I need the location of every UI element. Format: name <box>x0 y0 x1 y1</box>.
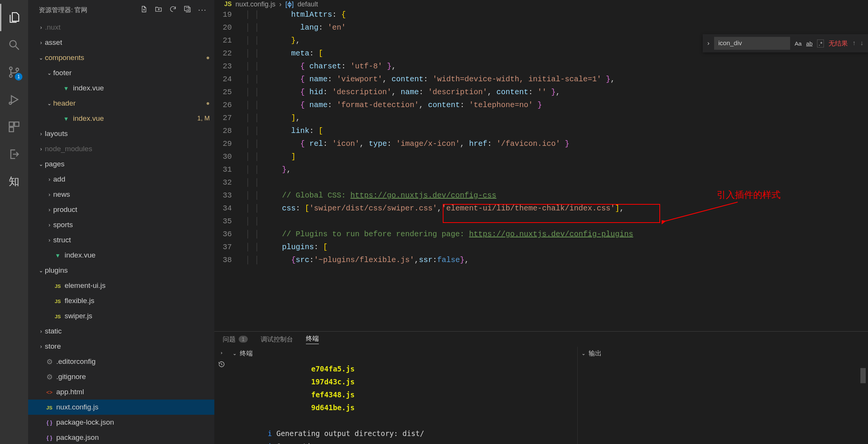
folder-header[interactable]: ⌄header● <box>28 96 214 111</box>
find-prev[interactable]: ↑ <box>852 40 856 47</box>
code-editor[interactable]: 1920212223242526272829303132333435363738… <box>214 8 868 331</box>
activity-extensions[interactable] <box>0 113 28 141</box>
file-package.json[interactable]: { }package.json <box>28 430 214 444</box>
folder-store[interactable]: ›store <box>28 339 214 354</box>
file-index.vue[interactable]: ▼index.vue <box>28 248 214 263</box>
tree-label: swiper.js <box>65 312 210 320</box>
chevron-right-icon: › <box>46 191 53 198</box>
file-.gitignore[interactable]: ⚙.gitignore <box>28 369 214 384</box>
chevron-right-icon: › <box>37 40 45 46</box>
tree-label: .editorconfig <box>56 357 210 366</box>
folder-.nuxt[interactable]: ›.nuxt <box>28 20 214 35</box>
vue-icon: ▼ <box>62 84 71 92</box>
js-icon: JS <box>224 1 232 8</box>
file-swiper.js[interactable]: JSswiper.js <box>28 308 214 324</box>
panel-tab-label: 终端 <box>306 334 319 343</box>
folder-layouts[interactable]: ›layouts <box>28 126 214 141</box>
breadcrumb[interactable]: JS nuxt.config.js › [ϕ] default <box>214 0 868 8</box>
new-file-icon[interactable] <box>140 5 148 15</box>
scm-badge: 1 <box>15 73 22 81</box>
git-status: 1, M <box>197 115 210 122</box>
activity-explorer[interactable] <box>0 4 28 31</box>
scrollbar[interactable] <box>860 368 866 383</box>
folder-news[interactable]: ›news <box>28 187 214 202</box>
folder-plugins[interactable]: ⌄plugins <box>28 263 214 278</box>
svg-point-1 <box>10 67 12 70</box>
activity-zhi[interactable]: 知 <box>0 168 28 195</box>
tree-label: index.vue <box>73 114 197 123</box>
tree-label: sports <box>53 221 210 229</box>
chevron-down-icon: ⌄ <box>37 267 45 273</box>
output-group-header[interactable]: ⌄ 输出 <box>578 347 868 360</box>
tree-label: pages <box>45 160 210 168</box>
svg-point-3 <box>16 68 19 71</box>
svg-point-0 <box>10 41 16 47</box>
file-.editorconfig[interactable]: ⚙.editorconfig <box>28 354 214 369</box>
chevron-down-icon: ⌄ <box>37 55 45 61</box>
panel-tab-问题[interactable]: 问题1 <box>223 335 248 344</box>
folder-node_modules[interactable]: ›node_modules <box>28 141 214 156</box>
chevron-down-icon: ⌄ <box>37 161 45 167</box>
folder-pages[interactable]: ⌄pages <box>28 156 214 172</box>
file-element-ui.js[interactable]: JSelement-ui.js <box>28 278 214 293</box>
new-folder-icon[interactable] <box>155 5 162 15</box>
tree-label: nuxt.config.js <box>56 403 210 411</box>
chevron-right-icon: › <box>37 131 45 137</box>
tree-label: index.vue <box>73 84 210 92</box>
tree-label: .gitignore <box>56 373 210 381</box>
more-icon[interactable]: ··· <box>198 5 207 15</box>
find-next[interactable]: ↓ <box>860 40 864 47</box>
file-app.html[interactable]: <>app.html <box>28 384 214 400</box>
vue-icon: ▼ <box>62 114 71 123</box>
chevron-right-icon[interactable]: › <box>221 350 222 356</box>
svg-rect-6 <box>14 122 19 126</box>
json-icon: { } <box>45 418 54 427</box>
explorer-title: 资源管理器: 官网 <box>39 6 140 14</box>
terminal-group-header[interactable]: ⌄ 终端 <box>229 347 577 360</box>
folder-components[interactable]: ⌄components● <box>28 50 214 65</box>
folder-product[interactable]: ›product <box>28 202 214 217</box>
collapse-icon[interactable] <box>184 5 191 15</box>
activity-search[interactable] <box>0 31 28 58</box>
history-icon[interactable] <box>218 361 225 369</box>
activity-bar: 1 知 <box>0 0 28 444</box>
file-package-lock.json[interactable]: { }package-lock.json <box>28 415 214 430</box>
find-input[interactable] <box>714 37 790 50</box>
find-word-option[interactable]: ab <box>806 40 813 47</box>
chevron-down-icon: ⌄ <box>581 351 586 356</box>
activity-source-control[interactable]: 1 <box>0 58 28 86</box>
find-toggle-replace[interactable]: › <box>707 40 710 47</box>
file-nuxt.config.js[interactable]: JSnuxt.config.js <box>28 400 214 415</box>
code-content[interactable]: │ │ htmlAttrs: { │ │ lang: 'en' │ │ }, │… <box>246 8 868 331</box>
file-index.vue[interactable]: ▼index.vue <box>28 81 214 96</box>
folder-asset[interactable]: ›asset <box>28 35 214 50</box>
panel-tab-终端[interactable]: 终端 <box>306 334 319 344</box>
tree-label: flexible.js <box>65 297 210 305</box>
find-widget: › Aa ab .* 无结果 ↑ ↓ <box>703 34 868 52</box>
tree-label: header <box>53 99 206 107</box>
folder-struct[interactable]: ›struct <box>28 232 214 248</box>
panel-tab-label: 问题 <box>223 335 236 344</box>
terminal-output[interactable]: e704fa5.js 197d43c.js fef4348.js 9d641be… <box>229 360 577 444</box>
chevron-right-icon: › <box>37 24 45 30</box>
tree-label: asset <box>45 38 210 47</box>
refresh-icon[interactable] <box>169 5 177 15</box>
folder-footer[interactable]: ⌄footer <box>28 65 214 81</box>
find-regex-option[interactable]: .* <box>817 40 824 47</box>
js-icon: JS <box>45 403 54 411</box>
folder-static[interactable]: ›static <box>28 324 214 339</box>
tree-label: .nuxt <box>45 23 210 32</box>
folder-add[interactable]: ›add <box>28 172 214 187</box>
chevron-right-icon: › <box>37 343 45 349</box>
panel-tab-调试控制台[interactable]: 调试控制台 <box>261 335 293 344</box>
activity-run-debug[interactable] <box>0 86 28 113</box>
tree-label: package.json <box>56 433 210 442</box>
file-flexible.js[interactable]: JSflexible.js <box>28 293 214 308</box>
file-index.vue[interactable]: ▼index.vue1, M <box>28 111 214 126</box>
folder-sports[interactable]: ›sports <box>28 217 214 232</box>
tree-label: plugins <box>45 266 210 275</box>
line-numbers: 1920212223242526272829303132333435363738 <box>214 8 246 331</box>
activity-accounts[interactable] <box>0 141 28 168</box>
find-case-option[interactable]: Aa <box>795 40 801 47</box>
debug-icon <box>8 93 21 106</box>
